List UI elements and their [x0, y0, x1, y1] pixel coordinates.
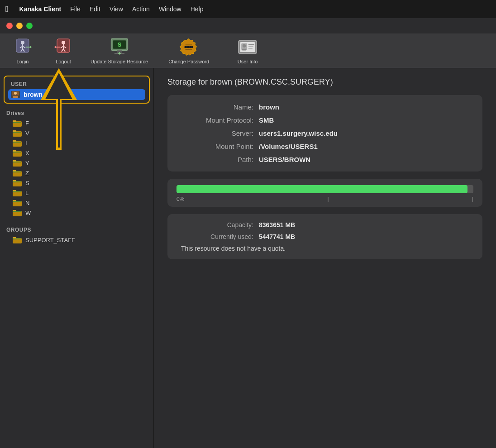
update-storage-button[interactable]: S Update Storage Resource: [91, 37, 148, 64]
user-info-button[interactable]: User Info: [229, 37, 266, 64]
menu-file[interactable]: File: [70, 5, 81, 13]
drive-label-S: S: [25, 180, 29, 186]
user-info-icon: [237, 37, 258, 57]
user-section-label: USER: [5, 78, 149, 89]
folder-icon-W: [13, 209, 22, 216]
menu-edit[interactable]: Edit: [90, 5, 100, 13]
svg-rect-39: [248, 46, 253, 47]
svg-rect-44: [13, 96, 18, 98]
menu-action[interactable]: Action: [132, 5, 150, 13]
svg-point-30: [191, 46, 193, 48]
svg-rect-40: [248, 48, 253, 49]
drive-item-V[interactable]: V: [0, 128, 153, 138]
drive-item-Y[interactable]: Y: [0, 158, 153, 168]
drive-item-W[interactable]: W: [0, 208, 153, 218]
login-button[interactable]: Login: [9, 37, 36, 64]
main-content: USER brown Drives: [0, 68, 496, 448]
apple-menu[interactable]: : [5, 5, 9, 14]
drive-item-S[interactable]: S: [0, 178, 153, 188]
progress-bar-fill: [176, 185, 467, 193]
name-label: Name:: [181, 103, 253, 111]
svg-rect-65: [13, 181, 21, 182]
update-storage-icon: S: [109, 37, 130, 57]
svg-rect-62: [13, 172, 21, 172]
groups-label: GROUPS: [0, 224, 153, 235]
folder-icon-X: [13, 149, 22, 157]
drives-section: Drives F V: [0, 107, 153, 218]
storage-title: Storage for brown (BROWN.CSC.SURGERY): [167, 77, 482, 87]
storage-details-card: Name: brown Mount Protocol: SMB Server: …: [167, 95, 482, 172]
mount-point-label: Mount Point:: [181, 143, 253, 150]
logout-button[interactable]: Logout: [50, 37, 77, 64]
svg-rect-37: [242, 49, 246, 51]
drive-item-N[interactable]: N: [0, 198, 153, 208]
drive-item-L[interactable]: L: [0, 188, 153, 198]
menu-view[interactable]: View: [110, 5, 123, 13]
svg-point-1: [21, 41, 24, 44]
storage-info-card: Capacity: 8363651 MB Currently used: 544…: [167, 214, 482, 259]
server-row: Server: users1.surgery.wisc.edu: [181, 129, 469, 137]
drive-label-F: F: [25, 120, 29, 127]
drive-label-W: W: [25, 210, 31, 216]
progress-container: 0% | |: [167, 179, 482, 207]
main-window: Login Logout: [0, 18, 496, 448]
menu-window[interactable]: Window: [159, 5, 181, 13]
drive-item-I[interactable]: I: [0, 138, 153, 148]
folder-icon-L: [13, 189, 22, 196]
progress-bar-track: [176, 185, 473, 193]
folder-icon-F: [13, 119, 22, 127]
group-item-support-staff[interactable]: SUPPORT_STAFF: [0, 235, 153, 245]
user-item-icon: [11, 91, 20, 98]
mount-protocol-value: SMB: [259, 116, 274, 124]
folder-icon-Y: [13, 159, 22, 167]
svg-marker-8: [30, 46, 32, 48]
titlebar: [0, 18, 496, 33]
svg-rect-50: [13, 132, 21, 133]
svg-point-10: [62, 41, 65, 44]
path-label: Path:: [181, 156, 253, 163]
group-folder-icon: [13, 236, 22, 243]
change-password-icon: [178, 37, 200, 57]
change-password-label: Change Password: [168, 59, 209, 64]
groups-section: GROUPS SUPPORT_STAFF: [0, 224, 153, 245]
sidebar-item-brown[interactable]: brown: [8, 89, 145, 100]
folder-icon-Z: [13, 169, 22, 176]
group-label-support-staff: SUPPORT_STAFF: [25, 237, 75, 243]
drives-label: Drives: [0, 107, 153, 118]
login-label: Login: [17, 59, 29, 64]
sidebar: USER brown Drives: [0, 68, 154, 448]
mount-point-value: /Volumes/USERS1: [259, 143, 318, 150]
server-value: users1.surgery.wisc.edu: [259, 129, 338, 137]
login-icon: [12, 37, 33, 57]
server-label: Server:: [181, 129, 253, 137]
drive-label-Z: Z: [25, 170, 29, 176]
minimize-button[interactable]: [16, 23, 23, 29]
progress-tick-1: |: [328, 196, 329, 202]
close-button[interactable]: [6, 23, 13, 29]
logout-label: Logout: [56, 59, 71, 64]
folder-icon-V: [13, 129, 22, 137]
drive-item-X[interactable]: X: [0, 148, 153, 158]
progress-tick-2: |: [472, 196, 473, 202]
folder-icon-N: [13, 199, 22, 206]
logout-icon: [52, 37, 74, 57]
currently-used-label: Currently used:: [181, 233, 253, 240]
drive-item-Z[interactable]: Z: [0, 168, 153, 178]
maximize-button[interactable]: [26, 23, 33, 29]
path-value: USERS/BROWN: [259, 156, 310, 163]
svg-rect-68: [13, 191, 21, 192]
capacity-value: 8363651 MB: [259, 221, 295, 229]
folder-icon-S: [13, 179, 22, 186]
folder-icon-I: [13, 139, 22, 147]
update-storage-label: Update Storage Resource: [91, 59, 148, 64]
svg-rect-74: [13, 211, 21, 212]
name-row: Name: brown: [181, 103, 469, 111]
drive-label-Y: Y: [25, 160, 29, 167]
svg-rect-47: [13, 122, 21, 123]
change-password-button[interactable]: Change Password: [162, 37, 216, 64]
drive-item-F[interactable]: F: [0, 118, 153, 128]
menu-help[interactable]: Help: [191, 5, 204, 13]
svg-text:S: S: [117, 41, 121, 48]
svg-rect-38: [248, 44, 254, 45]
currently-used-row: Currently used: 5447741 MB: [181, 233, 469, 240]
